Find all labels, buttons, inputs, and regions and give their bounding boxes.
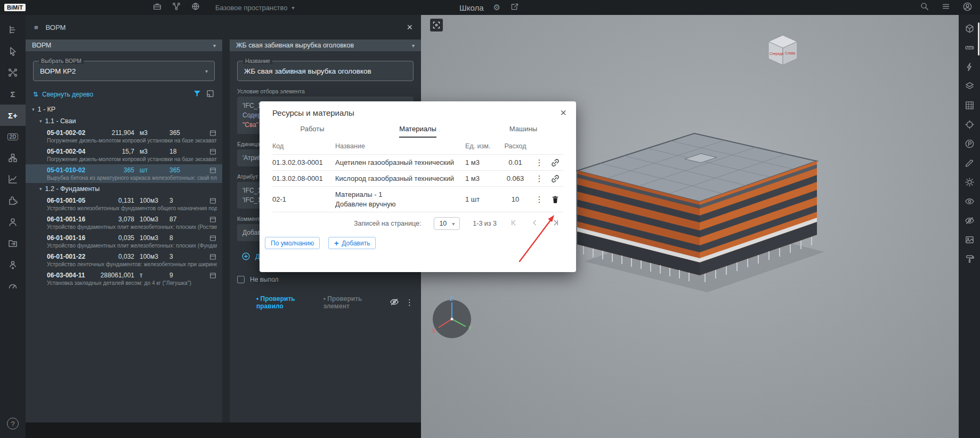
image-icon[interactable] [965, 235, 975, 245]
view-2d-icon[interactable]: 2D [0, 126, 26, 147]
drag-handle-icon[interactable]: ≡ [34, 23, 38, 31]
tree-item[interactable]: 06-01-001-22 0,032 100м3 3 Устройство ле… [26, 251, 222, 269]
dialog-close-icon[interactable]: × [560, 107, 566, 118]
page-range: 1-3 из 3 [473, 220, 497, 227]
view-cube-icon[interactable] [965, 23, 975, 34]
model-structure-icon[interactable] [0, 19, 26, 41]
gauge-icon[interactable] [0, 275, 26, 297]
help-icon[interactable]: ? [7, 418, 19, 429]
chevron-down-icon: ▾ [39, 118, 42, 124]
tree-group[interactable]: ▾ 1.2 - Фундаменты [26, 183, 222, 195]
share-icon[interactable] [510, 2, 519, 13]
default-button[interactable]: По умолчанию [265, 237, 320, 249]
card-icon[interactable] [209, 197, 217, 205]
axis-gizmo[interactable]: Z X Y [428, 295, 476, 343]
check-element-link[interactable]: • Проверить элемент [323, 295, 381, 310]
tree-item[interactable]: 06-01-001-05 0,131 100м3 3 Устройство же… [26, 195, 222, 213]
visibility-icon[interactable] [390, 297, 399, 308]
sum-icon[interactable]: Σ [0, 83, 26, 105]
building-model[interactable] [562, 122, 829, 292]
tab-works[interactable]: Работы [260, 125, 365, 138]
view-cube[interactable]: Спереди Слева [762, 31, 804, 68]
table-row[interactable]: 01.3.02.08-0001 Кислород газообразный те… [272, 171, 563, 187]
checkbox-icon[interactable] [237, 276, 245, 283]
relations-icon[interactable] [0, 62, 26, 83]
not-execute-option[interactable]: Не выпол [237, 276, 414, 283]
card-icon[interactable] [209, 148, 217, 156]
project-settings-gear-icon[interactable]: ⚙ [493, 3, 500, 12]
vorm-section-header[interactable]: ВОРМ ▾ [26, 39, 222, 51]
flash-icon[interactable] [965, 62, 975, 72]
row-link-icon[interactable] [547, 158, 563, 168]
cutter-icon[interactable] [965, 158, 975, 168]
focus-model-icon[interactable] [430, 19, 443, 31]
add-material-button[interactable]: +Добавить [328, 237, 376, 249]
chevron-down-icon: ▾ [291, 5, 294, 11]
tree-item[interactable]: 05-01-002-04 15,7 м3 18 Погружение дизел… [26, 146, 222, 164]
tree-item[interactable]: 05-01-002-02 211,904 м3 365 Погружение д… [26, 127, 222, 146]
row-more-options-icon[interactable]: ⋮ [531, 174, 547, 184]
account-icon[interactable] [962, 2, 973, 14]
tab-machines[interactable]: Машины [471, 125, 576, 138]
search-icon[interactable] [920, 2, 929, 13]
tab-materials[interactable]: Материалы [365, 125, 471, 138]
filter-icon[interactable] [192, 89, 202, 100]
card-icon[interactable] [209, 216, 217, 224]
rule-footer: • Проверить правило • Проверить элемент … [237, 295, 414, 310]
user-icon[interactable] [0, 211, 26, 233]
tree-root-node[interactable]: ▾ 1 - КР [26, 103, 222, 115]
scrollbar-thumb[interactable] [978, 22, 979, 55]
assemblies-icon[interactable] [0, 147, 26, 169]
workspace-selector[interactable]: Базовое пространство ▾ [215, 4, 295, 12]
globe-sync-icon[interactable] [191, 2, 200, 13]
table-row[interactable]: 01.3.02.03-0001 Ацетилен газообразный те… [272, 155, 563, 171]
org-structure-icon[interactable] [172, 2, 181, 13]
card-icon[interactable] [209, 253, 217, 261]
user-location-icon[interactable] [0, 254, 26, 275]
page-size-select[interactable]: 10 ▾ [434, 217, 460, 230]
card-icon[interactable] [209, 166, 217, 174]
rule-name-input[interactable]: Название ЖБ свая забивная вырубка оголов… [237, 61, 414, 81]
menu-list-icon[interactable] [941, 2, 951, 13]
tree-item[interactable]: 06-01-001-16 3,078 100м3 87 Устройство ф… [26, 213, 222, 232]
tree-item[interactable]: 06-01-001-16 0,035 100м3 8 Устройство фу… [26, 232, 222, 251]
row-more-options-icon[interactable]: ⋮ [531, 158, 547, 168]
check-rule-link[interactable]: • Проверить правило [256, 295, 315, 310]
layers-icon[interactable] [965, 81, 975, 91]
parking-icon[interactable] [965, 139, 975, 149]
view-cube-front-label[interactable]: Спереди [770, 52, 784, 56]
more-options-icon[interactable]: ⋮ [406, 298, 414, 307]
card-icon[interactable] [209, 129, 217, 137]
brightness-icon[interactable] [965, 177, 975, 187]
panel-layout-icon[interactable] [206, 89, 215, 100]
row-more-options-icon[interactable]: ⋮ [531, 195, 547, 204]
sum-plus-icon[interactable]: Σ+ [0, 105, 26, 126]
select-cursor-icon[interactable] [0, 41, 26, 62]
shared-folder-icon[interactable] [0, 233, 26, 254]
visibility-off-icon[interactable] [965, 216, 975, 226]
vorm-select-value: ВОРМ КР2 [40, 67, 76, 75]
chart-icon[interactable] [0, 169, 26, 190]
collapse-tree-link[interactable]: Свернуть дерево [42, 91, 93, 98]
vorm-select[interactable]: Выбрать ВОРМ ВОРМ КР2 ▾ [33, 61, 215, 81]
rule-section-header[interactable]: ЖБ свая забивная вырубка оголовков ▾ [230, 39, 421, 51]
rule-header-title: ЖБ свая забивная вырубка оголовков [236, 42, 354, 49]
visibility-icon[interactable] [965, 196, 975, 206]
row-delete-icon[interactable] [547, 195, 563, 204]
measure-icon[interactable] [965, 43, 975, 53]
target-icon[interactable] [965, 120, 975, 130]
plugins-icon[interactable] [0, 190, 26, 211]
annotation-arrow [504, 205, 562, 269]
card-icon[interactable] [209, 272, 217, 280]
tree-item[interactable]: 06-03-004-11 288061,001 т 9 Установка за… [26, 269, 222, 288]
paint-roller-icon[interactable] [965, 254, 975, 264]
tree-group[interactable]: ▾ 1.1 - Сваи [26, 115, 222, 127]
panel-close-icon[interactable]: × [407, 22, 412, 33]
grid-icon[interactable] [965, 100, 975, 110]
card-icon[interactable] [209, 234, 217, 242]
right-toolbar [959, 15, 980, 438]
tree-item-selected[interactable]: 05-01-010-02 365 шт 365 Вырубка бетона и… [26, 164, 222, 183]
project-briefcase-icon[interactable] [152, 2, 162, 13]
view-cube-side-label[interactable]: Слева [785, 51, 795, 55]
row-link-icon[interactable] [547, 174, 563, 184]
